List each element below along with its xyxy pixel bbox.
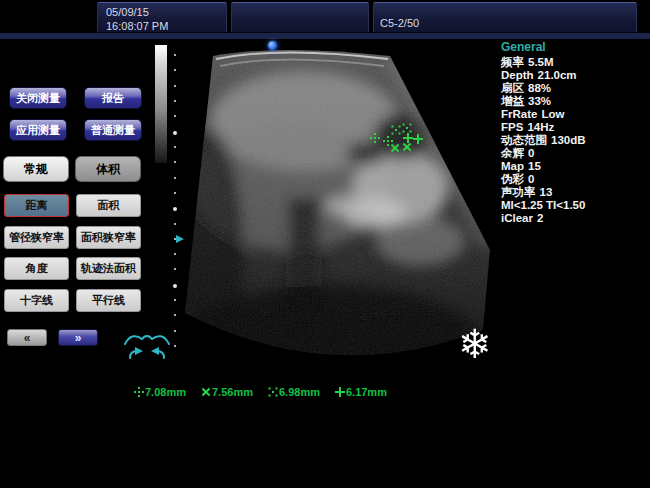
- tool-distance[interactable]: 距离: [4, 194, 69, 217]
- topbar-divider: [0, 33, 650, 39]
- probe-box: C5-2/50: [373, 2, 637, 33]
- dotted-plus-marker-icon: [134, 387, 144, 397]
- measurement-result: 7.56mm: [201, 386, 253, 398]
- param-row: 动态范围130dB: [501, 134, 646, 147]
- depth-tick: [174, 345, 176, 347]
- measurement-result: 6.98mm: [268, 386, 320, 398]
- depth-tick: [173, 131, 177, 135]
- measurement-result: 6.17mm: [335, 386, 387, 398]
- page-prev-button[interactable]: «: [7, 329, 47, 346]
- caliper-plus-icon: [413, 134, 423, 144]
- depth-tick: [174, 268, 176, 270]
- depth-tick: [174, 253, 176, 255]
- x-marker-icon: [199, 385, 213, 399]
- report-button[interactable]: 报告: [84, 87, 142, 109]
- depth-tick: [174, 330, 176, 332]
- param-row: 声功率13: [501, 186, 646, 199]
- orientation-dot-icon: [268, 41, 277, 50]
- caliper-dotted-plus-icon: [370, 133, 380, 143]
- measurement-results-bar: 7.08mm 7.56mm 6.98mm 6.17mm: [134, 386, 387, 398]
- param-row: 频率5.5M: [501, 56, 646, 69]
- param-row: Map15: [501, 160, 646, 173]
- param-row: 余辉0: [501, 147, 646, 160]
- depth-tick: [173, 207, 177, 211]
- date-text: 05/09/15: [106, 5, 226, 19]
- plus-marker-icon: [335, 387, 345, 397]
- tab-volume[interactable]: 体积: [75, 156, 141, 182]
- depth-tick: [174, 69, 176, 71]
- param-row: FrRateLow: [501, 108, 646, 121]
- general-measure-button[interactable]: 普通测量: [84, 119, 142, 141]
- params-title: General: [501, 40, 646, 54]
- depth-tick: [174, 115, 176, 117]
- page-next-button[interactable]: »: [58, 329, 98, 346]
- params-panel: General 频率5.5M Depth21.0cm 扇区88% 增益33% F…: [501, 40, 646, 225]
- body-marker-icon: [121, 326, 173, 362]
- param-row: 增益33%: [501, 95, 646, 108]
- probe-label: C5-2/50: [380, 17, 419, 29]
- depth-tick: [173, 284, 177, 288]
- measurement-result: 7.08mm: [134, 386, 186, 398]
- ultrasound-screen: 05/09/15 16:08:07 PM C5-2/50 关闭测量 报告 应用测…: [0, 0, 650, 488]
- measurement-value: 7.56mm: [212, 386, 253, 398]
- depth-tick: [174, 146, 176, 148]
- tool-angle[interactable]: 角度: [4, 257, 69, 280]
- time-text: 16:08:07 PM: [106, 19, 226, 33]
- depth-tick: [174, 314, 176, 316]
- tool-crossline[interactable]: 十字线: [4, 289, 69, 312]
- freeze-snowflake-icon: ❄: [458, 322, 492, 366]
- depth-tick: [174, 192, 176, 194]
- tool-diameter-stenosis[interactable]: 管径狭窄率: [4, 226, 69, 249]
- param-row: 扇区88%: [501, 82, 646, 95]
- measurement-value: 7.08mm: [145, 386, 186, 398]
- measurement-value: 6.98mm: [279, 386, 320, 398]
- grayscale-map-bar: [155, 45, 167, 163]
- patient-info-box: [231, 2, 369, 33]
- apply-measure-button[interactable]: 应用测量: [9, 119, 67, 141]
- depth-tick: [174, 299, 176, 301]
- dotted-x-marker-icon: [268, 387, 278, 397]
- tool-area[interactable]: 面积: [76, 194, 141, 217]
- depth-tick: [174, 223, 176, 225]
- tool-parallel-line[interactable]: 平行线: [76, 289, 141, 312]
- param-row: iClear2: [501, 212, 646, 225]
- param-row: Depth21.0cm: [501, 69, 646, 82]
- caliper-dotted-x-icon: [402, 123, 412, 133]
- depth-tick: [174, 54, 176, 56]
- depth-tick: [174, 100, 176, 102]
- caliper-dotted-x-icon: [391, 125, 401, 135]
- param-row: MI<1.25 TI<1.50: [501, 199, 646, 212]
- depth-tick: [174, 177, 176, 179]
- param-row: 伪彩0: [501, 173, 646, 186]
- close-measure-button[interactable]: 关闭测量: [9, 87, 67, 109]
- param-row: FPS14Hz: [501, 121, 646, 134]
- datetime-box: 05/09/15 16:08:07 PM: [97, 2, 227, 33]
- tool-area-stenosis[interactable]: 面积狭窄率: [76, 226, 141, 249]
- tab-routine[interactable]: 常规: [3, 156, 69, 182]
- measurement-value: 6.17mm: [346, 386, 387, 398]
- focus-position-icon: [176, 235, 184, 243]
- tool-trace-area[interactable]: 轨迹法面积: [76, 257, 141, 280]
- depth-tick: [174, 85, 176, 87]
- depth-tick: [174, 161, 176, 163]
